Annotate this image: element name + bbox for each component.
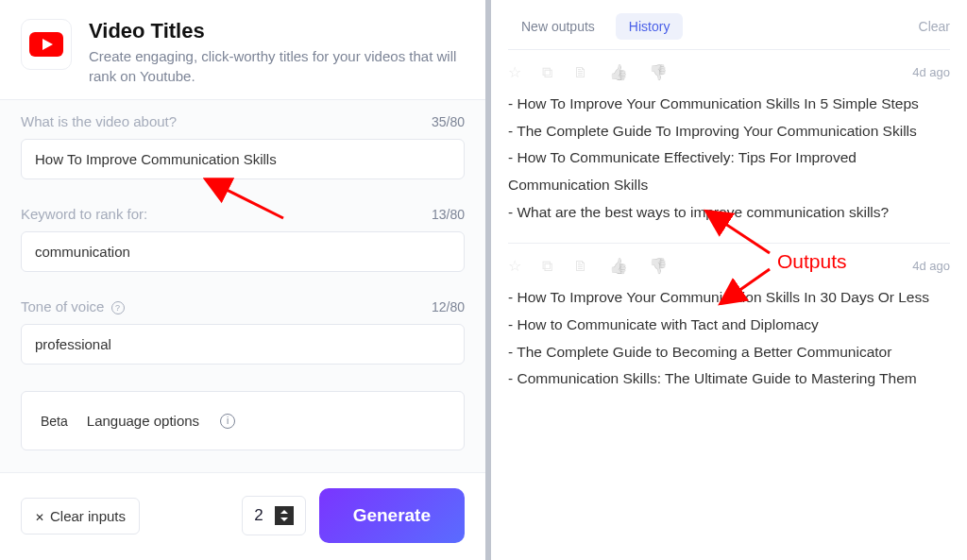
output-timestamp: 4d ago	[912, 65, 950, 79]
footer-bar: Clear inputs 2 Generate	[0, 472, 485, 560]
keyword-count: 13/80	[432, 207, 465, 222]
output-line: - How to Communicate with Tact and Diplo…	[508, 312, 950, 339]
youtube-icon	[29, 32, 63, 57]
language-label: Language options	[87, 413, 199, 429]
output-block[interactable]: ☆⧉🗎👍👎4d ago- How To Improve Your Communi…	[508, 243, 950, 410]
thumbs-down-icon[interactable]: 👎	[649, 63, 668, 81]
output-line: - How To Improve Your Communication Skil…	[508, 91, 950, 118]
beta-badge: Beta	[41, 414, 68, 429]
output-block[interactable]: ☆⧉🗎👍👎4d ago- How To Improve Your Communi…	[508, 49, 950, 243]
page-title: Video Titles	[89, 19, 465, 43]
doc-icon[interactable]: 🗎	[573, 258, 588, 275]
close-icon	[35, 508, 44, 524]
field-keyword: Keyword to rank for: 13/80	[21, 206, 465, 272]
header-text: Video Titles Create engaging, click-wort…	[89, 19, 465, 86]
thumbs-up-icon[interactable]: 👍	[609, 63, 628, 81]
doc-icon[interactable]: 🗎	[573, 64, 588, 81]
tone-label: Tone of voice ?	[21, 298, 125, 314]
tone-count: 12/80	[432, 299, 465, 314]
info-icon[interactable]: i	[220, 414, 235, 429]
output-line: - How To Improve Your Communication Skil…	[508, 284, 950, 312]
clear-inputs-button[interactable]: Clear inputs	[21, 498, 140, 535]
output-line: - What are the best ways to improve comm…	[508, 199, 950, 227]
youtube-logo-wrap	[21, 19, 72, 70]
tab-history[interactable]: History	[616, 13, 684, 40]
thumbs-up-icon[interactable]: 👍	[609, 257, 628, 275]
language-options-card[interactable]: Beta Language options i	[21, 391, 465, 450]
copy-icon[interactable]: ⧉	[542, 64, 552, 81]
tab-new-outputs[interactable]: New outputs	[508, 13, 608, 40]
star-icon[interactable]: ☆	[508, 63, 521, 81]
clear-outputs-link[interactable]: Clear	[919, 19, 950, 34]
output-line: - The Complete Guide to Becoming a Bette…	[508, 339, 950, 366]
generate-button[interactable]: Generate	[319, 488, 465, 543]
header: Video Titles Create engaging, click-wort…	[0, 0, 485, 100]
about-count: 35/80	[432, 114, 465, 129]
star-icon[interactable]: ☆	[508, 257, 521, 275]
keyword-input[interactable]	[21, 231, 465, 272]
thumbs-down-icon[interactable]: 👎	[649, 257, 668, 275]
output-timestamp: 4d ago	[912, 259, 950, 273]
page-subtitle: Create engaging, click-worthy titles for…	[89, 46, 465, 86]
output-line: - Communication Skills: The Ultimate Gui…	[508, 365, 950, 393]
right-output-panel: New outputs History Clear ☆⧉🗎👍👎4d ago- H…	[491, 0, 967, 560]
form-area: What is the video about? 35/80 Keyword t…	[0, 100, 485, 472]
about-label: What is the video about?	[21, 113, 177, 129]
tone-input[interactable]	[21, 324, 465, 365]
copy-icon[interactable]: ⧉	[542, 258, 552, 275]
keyword-label: Keyword to rank for:	[21, 206, 147, 222]
field-about: What is the video about? 35/80	[21, 113, 465, 179]
left-input-panel: Video Titles Create engaging, click-wort…	[0, 0, 491, 560]
output-line: - The Complete Guide To Improving Your C…	[508, 118, 950, 145]
output-tabs: New outputs History Clear	[508, 8, 950, 49]
stepper-icon[interactable]	[275, 506, 294, 525]
outputs-list: ☆⧉🗎👍👎4d ago- How To Improve Your Communi…	[508, 49, 950, 410]
about-input[interactable]	[21, 139, 465, 179]
output-line: - How To Communicate Effectively: Tips F…	[508, 144, 950, 198]
field-tone: Tone of voice ? 12/80	[21, 298, 465, 365]
quantity-stepper[interactable]: 2	[242, 496, 305, 535]
help-icon[interactable]: ?	[111, 301, 125, 314]
